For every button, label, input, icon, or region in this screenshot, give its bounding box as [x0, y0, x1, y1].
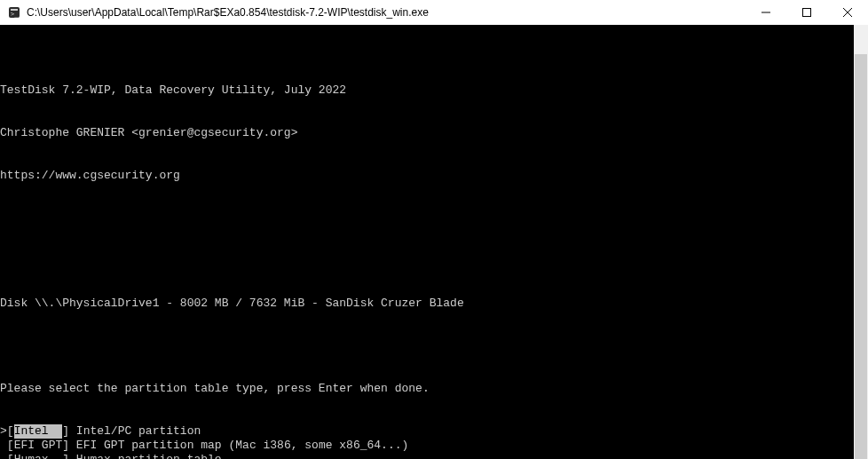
svg-text:>_: >_ — [11, 11, 19, 18]
menu-item-humax[interactable]: [Humax ] Humax partition table — [0, 453, 854, 459]
header-line-1: TestDisk 7.2-WIP, Data Recovery Utility,… — [0, 83, 854, 98]
blank-line — [0, 339, 854, 353]
bracket-open: [ — [7, 439, 14, 453]
header-line-2: Christophe GRENIER <grenier@cgsecurity.o… — [0, 126, 854, 140]
menu-description: Humax partition table — [76, 453, 222, 459]
disk-info: Disk \\.\PhysicalDrive1 - 8002 MB / 7632… — [0, 297, 854, 311]
menu-marker: > — [0, 424, 7, 439]
menu-description: EFI GPT partition map (Mac i386, some x8… — [76, 439, 408, 453]
window-titlebar: >_ C:\Users\user\AppData\Local\Temp\Rar$… — [0, 0, 868, 25]
window-controls — [746, 0, 868, 25]
bracket-open: [ — [7, 424, 14, 439]
select-prompt: Please select the partition table type, … — [0, 382, 854, 396]
bracket-open: [ — [7, 453, 14, 459]
menu-marker — [0, 439, 7, 453]
terminal-area[interactable]: TestDisk 7.2-WIP, Data Recovery Utility,… — [0, 25, 868, 459]
svg-rect-4 — [803, 9, 811, 17]
blank-line — [0, 254, 854, 268]
app-icon: >_ — [7, 5, 21, 20]
blank-line — [0, 211, 854, 226]
menu-key: Intel — [14, 424, 63, 439]
bracket-close: ] — [62, 453, 76, 459]
menu-marker — [0, 453, 7, 459]
menu-item-efi-gpt[interactable]: [EFI GPT] EFI GPT partition map (Mac i38… — [0, 439, 854, 453]
close-button[interactable] — [827, 0, 868, 25]
scrollbar-thumb[interactable] — [854, 53, 868, 459]
vertical-scrollbar[interactable] — [854, 25, 868, 459]
menu-description: Intel/PC partition — [76, 424, 201, 439]
menu-key: Humax — [14, 453, 63, 459]
menu-item-intel[interactable]: >[Intel ] Intel/PC partition — [0, 424, 854, 439]
header-line-3: https://www.cgsecurity.org — [0, 169, 854, 183]
bracket-close: ] — [62, 439, 76, 453]
menu-key: EFI GPT — [14, 439, 63, 453]
window-title: C:\Users\user\AppData\Local\Temp\Rar$EXa… — [27, 6, 746, 19]
bracket-close: ] — [62, 424, 76, 439]
partition-type-menu[interactable]: >[Intel ] Intel/PC partition [EFI GPT] E… — [0, 424, 854, 459]
minimize-button[interactable] — [746, 0, 786, 25]
maximize-button[interactable] — [786, 0, 827, 25]
